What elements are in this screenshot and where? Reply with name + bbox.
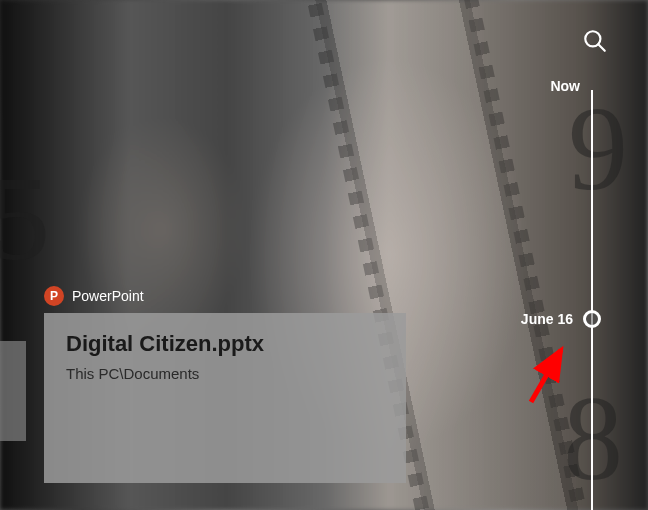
svg-line-1 [598,44,605,51]
timeline-now-label: Now [550,78,580,94]
activity-app-name: PowerPoint [72,288,144,304]
activity-card-partial[interactable] [0,341,26,441]
timeline-track[interactable] [591,90,593,510]
activity-title: Digital Citizen.pptx [66,331,384,357]
search-icon [582,28,608,54]
activity-card[interactable]: Digital Citizen.pptx This PC\Documents [44,313,406,483]
timeline-date-label: June 16 [521,311,573,327]
wallpaper-decor: 5 [0,150,50,288]
wallpaper-decor: 9 [568,80,628,218]
powerpoint-icon-letter: P [50,289,58,303]
timeline-scrubber[interactable] [583,310,601,328]
activity-app-header: P PowerPoint [44,286,144,306]
activity-path: This PC\Documents [66,365,384,382]
powerpoint-icon: P [44,286,64,306]
search-button[interactable] [582,28,608,58]
wallpaper-decor: 8 [563,370,623,508]
